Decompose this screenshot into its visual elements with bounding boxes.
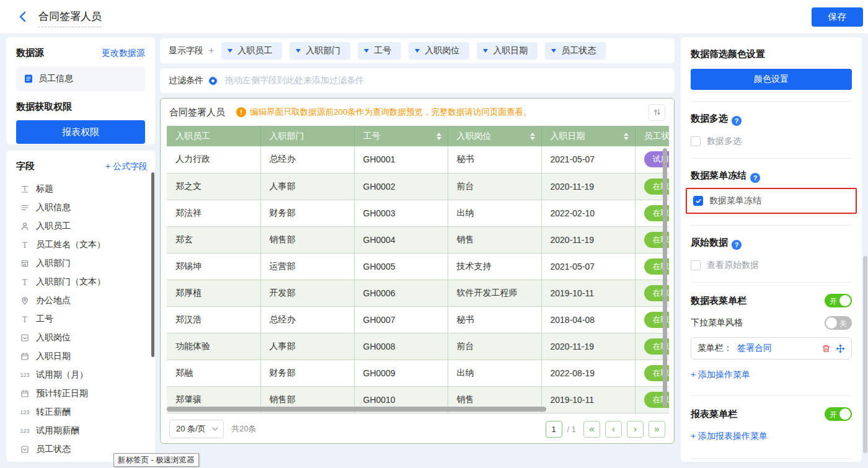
field-item[interactable]: 123转正薪酬: [16, 403, 148, 422]
color-settings-button[interactable]: 颜色设置: [691, 69, 852, 90]
datasource-card: 数据源 更改数据源 员工信息 数据获取权限 报表权限: [6, 37, 155, 144]
field-item[interactable]: 预计转正日期: [16, 384, 148, 403]
field-item[interactable]: 入职信息: [16, 198, 148, 217]
field-item[interactable]: 入职部门（文本）: [16, 273, 148, 291]
table-vertical-scrollbar[interactable]: [663, 148, 667, 407]
report-menu-toggle[interactable]: 开: [825, 407, 852, 421]
field-item[interactable]: 入职岗位: [16, 329, 148, 347]
text-icon: [19, 315, 31, 324]
next-page-icon[interactable]: ›: [627, 421, 644, 438]
table-column-header: 入职员工: [167, 126, 260, 146]
page-title[interactable]: 合同签署人员: [38, 9, 102, 27]
table-cell: 开发部: [260, 280, 354, 306]
save-button[interactable]: 保存: [812, 7, 863, 27]
page-size-select[interactable]: 20 条/页: [169, 420, 224, 438]
back-icon[interactable]: [16, 10, 30, 24]
table-horizontal-scrollbar[interactable]: [167, 407, 546, 412]
help-icon[interactable]: ?: [732, 240, 742, 250]
prev-page-icon[interactable]: ‹: [605, 421, 622, 438]
fields-scrollbar[interactable]: [151, 172, 154, 357]
table-column-header[interactable]: 入职日期: [541, 126, 635, 146]
filter-bar: 过滤条件 拖动左侧字段到此处来添加过滤条件: [160, 68, 675, 93]
table-row: 郑锡坤运营部GH0005技术支持2021-05-07在职: [167, 253, 669, 280]
display-field-chip[interactable]: 入职部门: [290, 42, 350, 60]
title-icon: [19, 185, 31, 193]
settings-scrollbar[interactable]: [863, 256, 867, 453]
display-field-chip[interactable]: 入职员工: [221, 42, 282, 60]
sort-arrows-icon[interactable]: [530, 133, 535, 140]
table-menu-toggle[interactable]: 开: [825, 294, 852, 307]
table-column-header[interactable]: 入职岗位: [448, 126, 541, 146]
raw-data-checkbox[interactable]: [691, 260, 701, 270]
date-icon: [19, 389, 31, 398]
add-report-menu-link[interactable]: + 添加报表操作菜单: [691, 431, 768, 442]
field-item[interactable]: 123试用期（月）: [16, 366, 148, 384]
multi-select-checkbox[interactable]: [691, 136, 701, 146]
field-item[interactable]: 工号: [16, 310, 148, 329]
table-cell: 软件开发工程师: [448, 280, 541, 306]
field-item[interactable]: 入职员工: [16, 217, 148, 236]
total-count: 共20条: [231, 423, 256, 435]
table-cell: GH0003: [354, 200, 448, 226]
move-icon[interactable]: [836, 344, 845, 353]
report-table-card: 合同签署人员 ! 编辑界面只取数据源前200条作为查询数据预览，完整数据请访问页…: [160, 98, 675, 444]
help-icon[interactable]: ?: [750, 173, 760, 183]
field-item[interactable]: 标题: [16, 180, 148, 198]
current-page-box[interactable]: 1: [546, 421, 562, 438]
first-page-icon[interactable]: «: [583, 421, 600, 438]
display-field-chip[interactable]: 入职岗位: [409, 42, 469, 60]
gear-icon[interactable]: [208, 76, 218, 86]
table-cell: 郑锡坤: [167, 253, 260, 280]
sort-arrows-icon[interactable]: [624, 133, 629, 140]
display-field-chip[interactable]: 工号: [358, 42, 401, 60]
datasource-item[interactable]: 员工信息: [16, 66, 145, 91]
add-display-field-button[interactable]: +: [208, 45, 214, 56]
menu-freeze-checkbox[interactable]: [693, 196, 703, 206]
display-field-chip[interactable]: 员工状态: [545, 42, 606, 60]
chevron-down-icon: [296, 49, 301, 53]
data-table: 入职员工入职部门工号入职岗位入职日期员工状态 人力行政总经办GH0001秘书20…: [167, 126, 669, 413]
multi-select-checkbox-label: 数据多选: [707, 136, 742, 147]
table-cell: 郑玄: [167, 226, 260, 253]
report-permission-button[interactable]: 报表权限: [16, 120, 145, 144]
display-field-chip-label: 工号: [374, 45, 391, 56]
person-icon: [19, 222, 31, 231]
table-cell: 人事部: [260, 333, 354, 360]
table-row: 郑之文人事部GH0002前台2020-11-19在职: [167, 173, 669, 200]
fields-heading: 字段: [16, 161, 35, 172]
dropdown-style-toggle[interactable]: 关: [825, 316, 852, 330]
add-action-menu-link[interactable]: + 添加操作菜单: [691, 369, 750, 381]
menu-freeze-checkbox-label: 数据菜单冻结: [709, 195, 761, 206]
table-column-header[interactable]: 员工状态: [635, 126, 669, 146]
table-title: 合同签署人员: [169, 107, 225, 118]
display-fields-label: 显示字段: [169, 45, 203, 56]
trash-icon[interactable]: [822, 344, 831, 353]
add-formula-field-link[interactable]: + 公式字段: [105, 161, 148, 172]
display-field-chip[interactable]: 入职日期: [477, 42, 538, 60]
chevron-down-icon: [228, 49, 232, 53]
settings-panel: 数据筛选颜色设置 颜色设置 数据多选? 数据多选 数据菜单冻结? 数据菜单冻结 …: [681, 37, 862, 462]
menu-item-name[interactable]: 签署合同: [737, 343, 772, 354]
table-cell: 总经办: [260, 306, 354, 333]
field-item[interactable]: 办公地点: [16, 291, 148, 310]
help-icon[interactable]: ?: [732, 116, 742, 126]
table-column-header[interactable]: 工号: [354, 126, 448, 146]
menu-bar-item[interactable]: 菜单栏： 签署合同: [691, 337, 852, 360]
field-item[interactable]: 入职日期: [16, 347, 148, 366]
table-cell: 总经办: [260, 146, 354, 173]
sort-order-icon[interactable]: [649, 104, 665, 121]
table-cell: GH0005: [354, 253, 448, 280]
last-page-icon[interactable]: »: [649, 421, 665, 438]
sort-arrows-icon[interactable]: [436, 133, 441, 140]
field-item-label: 工号: [36, 314, 53, 325]
field-item[interactable]: 员工姓名（文本）: [16, 236, 148, 254]
text-icon: [19, 241, 31, 249]
table-cell: 2019-10-11: [541, 280, 635, 306]
change-datasource-link[interactable]: 更改数据源: [102, 48, 145, 59]
field-item[interactable]: 入职部门: [16, 254, 148, 273]
field-item[interactable]: 123试用期薪酬: [16, 422, 148, 440]
table-body: 人力行政总经办GH0001秘书2021-05-07试用期郑之文人事部GH0002…: [167, 146, 669, 413]
text-icon: [19, 278, 31, 286]
table-cell: 2020-11-19: [541, 226, 635, 253]
menu-freeze-heading: 数据菜单冻结?: [691, 170, 852, 183]
